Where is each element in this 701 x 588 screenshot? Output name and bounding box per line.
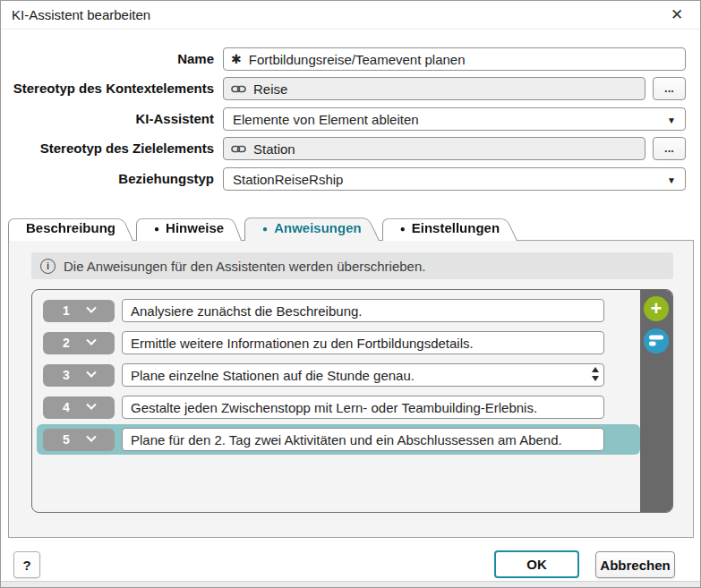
instruction-text-input[interactable] bbox=[123, 400, 603, 415]
tab-label: Hinweise bbox=[166, 220, 224, 235]
info-bar: i Die Anweisungen für den Assistenten we… bbox=[31, 252, 673, 279]
context-stereotype-value: Reise bbox=[253, 81, 287, 97]
tab-hinweise[interactable]: ●Hinweise bbox=[136, 217, 242, 241]
instruction-text-field bbox=[122, 428, 604, 451]
context-stereotype-label: Stereotyp des Kontextelements bbox=[1, 77, 214, 100]
window-bottom-edge bbox=[1, 581, 700, 587]
tab-label: Anweisungen bbox=[274, 220, 362, 235]
instruction-text-field bbox=[122, 363, 604, 387]
add-instruction-button[interactable]: + bbox=[644, 296, 669, 321]
link-icon bbox=[231, 84, 246, 94]
instruction-number: 4 bbox=[63, 400, 70, 414]
name-label: Name bbox=[1, 47, 214, 71]
chevron-down-icon bbox=[86, 303, 96, 313]
spinner-down-icon[interactable] bbox=[592, 376, 599, 381]
chevron-down-icon bbox=[86, 432, 96, 442]
dialog-ki-assistent-bearbeiten: KI-Assistent bearbeiten ✕ Name ✱ Stereot… bbox=[0, 0, 701, 588]
assistant-selected-value: Elemente von Element ableiten bbox=[233, 112, 419, 127]
assistant-select[interactable]: Elemente von Element ableiten ▼ bbox=[223, 107, 686, 131]
chevron-down-icon: ▼ bbox=[667, 115, 676, 125]
instruction-order-select[interactable]: 4 bbox=[43, 396, 115, 419]
ok-label: OK bbox=[526, 557, 547, 572]
instruction-order-select[interactable]: 2 bbox=[43, 332, 115, 354]
status-dot-icon: ● bbox=[262, 224, 268, 234]
instruction-text-input[interactable] bbox=[123, 368, 603, 383]
instruction-number: 5 bbox=[63, 432, 70, 447]
chevron-down-icon bbox=[86, 368, 96, 378]
instruction-order-select[interactable]: 5 bbox=[43, 429, 115, 451]
instruction-text-field bbox=[122, 299, 604, 322]
assistant-label: KI-Assistent bbox=[1, 107, 214, 131]
form-row-target-stereotype: Stereotyp des Zielelements Station ... bbox=[1, 137, 700, 160]
instruction-row: 1 bbox=[43, 299, 604, 322]
number-spinner[interactable] bbox=[592, 367, 599, 381]
ok-button[interactable]: OK bbox=[494, 550, 579, 578]
status-dot-icon: ● bbox=[154, 224, 159, 234]
instruction-row: 3 bbox=[43, 363, 604, 387]
form-row-assistant: KI-Assistent Elemente von Element ableit… bbox=[1, 107, 700, 131]
close-button[interactable]: ✕ bbox=[659, 1, 695, 29]
tab-panel-anweisungen: i Die Anweisungen für den Assistenten we… bbox=[8, 240, 694, 538]
target-stereotype-field: Station bbox=[223, 137, 645, 160]
asterisk-icon: ✱ bbox=[231, 52, 242, 66]
tab-einstellungen[interactable]: ●Einstellungen bbox=[382, 217, 517, 241]
tab-anweisungen[interactable]: ●Anweisungen bbox=[244, 216, 380, 241]
tab-strip: Beschreibung ●Hinweise ●Anweisungen ●Ein… bbox=[8, 216, 520, 241]
target-stereotype-value: Station bbox=[253, 141, 295, 157]
dialog-title: KI-Assistent bearbeiten bbox=[12, 1, 150, 29]
instruction-row-selected: 5 bbox=[43, 428, 604, 451]
delete-instruction-button[interactable] bbox=[644, 328, 669, 354]
target-stereotype-label: Stereotyp des Zielelements bbox=[1, 137, 214, 160]
info-text: Die Anweisungen für den Assistenten werd… bbox=[64, 259, 425, 274]
help-label: ? bbox=[22, 558, 30, 573]
relationship-type-select[interactable]: StationReiseRship ▼ bbox=[223, 167, 686, 191]
cancel-label: Abbrechen bbox=[600, 558, 670, 573]
tab-label: Beschreibung bbox=[26, 220, 115, 235]
instruction-text-field bbox=[122, 331, 604, 354]
name-field[interactable]: ✱ bbox=[223, 47, 686, 71]
ellipsis-icon: ... bbox=[664, 81, 674, 95]
instruction-text-input[interactable] bbox=[123, 303, 603, 319]
instruction-number: 2 bbox=[63, 336, 70, 350]
target-stereotype-browse-button[interactable]: ... bbox=[653, 137, 686, 160]
instruction-text-input[interactable] bbox=[123, 336, 603, 351]
close-icon: ✕ bbox=[671, 6, 683, 23]
status-dot-icon: ● bbox=[400, 224, 406, 234]
form-row-name: Name ✱ bbox=[1, 47, 700, 71]
chevron-down-icon: ▼ bbox=[667, 175, 676, 185]
context-stereotype-field: Reise bbox=[223, 77, 645, 100]
relationship-type-selected-value: StationReiseRship bbox=[233, 172, 343, 187]
info-icon: i bbox=[40, 259, 56, 274]
instruction-row: 4 bbox=[43, 396, 604, 419]
instruction-text-input[interactable] bbox=[123, 432, 603, 447]
instruction-number: 3 bbox=[63, 368, 70, 382]
help-button[interactable]: ? bbox=[13, 551, 40, 578]
delete-icon bbox=[648, 334, 664, 349]
instruction-row: 2 bbox=[43, 331, 604, 354]
relationship-type-label: Beziehungstyp bbox=[1, 167, 214, 191]
instruction-number: 1 bbox=[63, 303, 70, 318]
context-stereotype-browse-button[interactable]: ... bbox=[653, 77, 686, 100]
instruction-list: 1 2 3 bbox=[31, 289, 673, 513]
form-row-relationship-type: Beziehungstyp StationReiseRship ▼ bbox=[1, 167, 700, 191]
chevron-down-icon bbox=[86, 400, 96, 410]
cancel-button[interactable]: Abbrechen bbox=[595, 551, 675, 578]
titlebar: KI-Assistent bearbeiten ✕ bbox=[1, 1, 700, 30]
link-icon bbox=[231, 144, 246, 154]
plus-icon: + bbox=[651, 297, 663, 320]
tab-beschreibung[interactable]: Beschreibung bbox=[8, 217, 133, 241]
tab-label: Einstellungen bbox=[412, 220, 500, 235]
form-row-context-stereotype: Stereotyp des Kontextelements Reise ... bbox=[1, 77, 700, 100]
list-toolbar: + bbox=[640, 290, 672, 512]
spinner-up-icon[interactable] bbox=[592, 367, 599, 372]
instruction-text-field bbox=[122, 396, 604, 419]
name-input[interactable] bbox=[249, 52, 678, 67]
chevron-down-icon bbox=[86, 336, 96, 345]
instruction-order-select[interactable]: 1 bbox=[43, 300, 115, 322]
instruction-order-select[interactable]: 3 bbox=[43, 364, 115, 387]
ellipsis-icon: ... bbox=[664, 141, 674, 155]
